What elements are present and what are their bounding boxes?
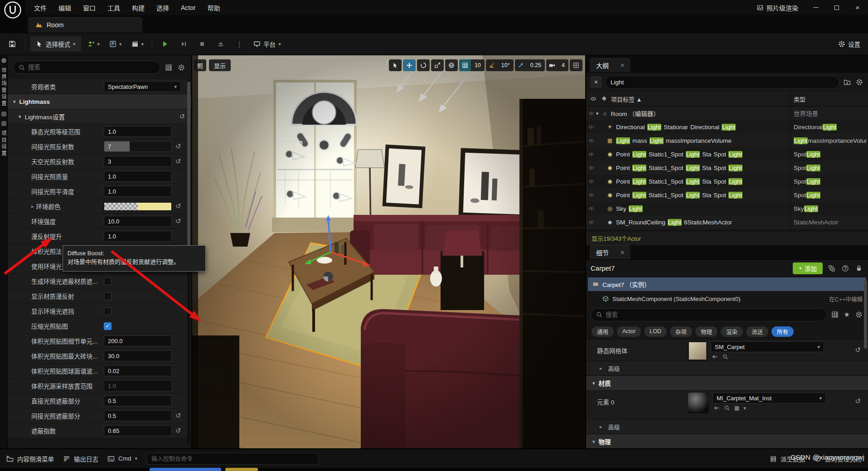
scale-snap-control[interactable]: 0.25 [515, 59, 545, 71]
mode-selector-dropdown[interactable]: 选择模式 ▾ [30, 36, 81, 52]
static-mesh-thumbnail[interactable] [688, 341, 707, 360]
settings-input[interactable]: 1.0 [104, 171, 172, 182]
close-icon[interactable]: × [621, 249, 624, 256]
display-filter-button[interactable] [830, 310, 839, 319]
materials-section-header[interactable]: ▾ 材质 [586, 375, 868, 390]
settings-category-row[interactable]: ▾Lightmass设置↺ [8, 109, 191, 124]
filter-chip-流送[interactable]: 流送 [746, 326, 768, 337]
browse-to-asset-icon[interactable] [724, 405, 730, 411]
reset-to-default-icon[interactable]: ↺ [175, 202, 181, 210]
blueprints-dropdown[interactable]: ▾ [106, 36, 125, 52]
menu-item-7[interactable]: 帮助 [202, 0, 226, 15]
select-tool-button[interactable] [389, 59, 402, 71]
scrollbar-thumb[interactable] [187, 82, 190, 267]
physics-section-header[interactable]: ▾ 物理 [586, 434, 868, 448]
filter-chip-Actor[interactable]: Actor [617, 326, 641, 337]
view-options-button[interactable] [164, 63, 173, 72]
world-space-toggle[interactable] [445, 59, 458, 71]
favorites-button[interactable]: ★ [843, 310, 851, 320]
settings-input[interactable]: 1.0 [104, 126, 172, 137]
outliner-row[interactable]: ☀DirectionalLightStationarDirectionalLig… [586, 120, 868, 134]
settings-checkbox[interactable] [104, 307, 112, 315]
use-selected-icon[interactable] [713, 405, 720, 411]
menu-item-3[interactable]: 工具 [102, 0, 126, 15]
texture-grid-icon[interactable]: ▦ [734, 405, 739, 411]
move-tool-button[interactable] [403, 59, 416, 71]
viewport-3d-scene[interactable] [192, 55, 585, 448]
reset-to-default-icon[interactable]: ↺ [175, 142, 181, 151]
show-button[interactable]: 显示 [209, 59, 231, 71]
camera-speed-control[interactable]: 4 [546, 59, 568, 71]
menu-item-6[interactable]: Actor [175, 0, 202, 15]
reset-to-default-icon[interactable]: ↺ [855, 393, 863, 405]
details-settings-button[interactable] [854, 310, 863, 319]
reset-to-default-icon[interactable]: ↺ [175, 412, 181, 420]
stop-button[interactable] [194, 36, 210, 52]
photo-render-button[interactable]: 照片级渲染 [750, 0, 805, 15]
static-mesh-dropdown[interactable]: SM_Carpet ▾ [711, 341, 824, 352]
cmd-dropdown[interactable]: Cmd ▾ [107, 455, 137, 462]
content-drawer-button[interactable]: 内容侧滑菜单 [6, 454, 54, 463]
play-button[interactable] [157, 36, 173, 52]
settings-input[interactable]: 200.0 [104, 335, 172, 346]
visibility-eye-icon[interactable] [586, 124, 596, 130]
world-settings-search-input[interactable] [28, 64, 155, 71]
advanced-expander-row[interactable]: ▸ 高级 [586, 419, 868, 434]
details-search-input[interactable] [606, 311, 821, 318]
menu-item-5[interactable]: 选择 [150, 0, 175, 15]
scrollbar-thumb[interactable] [864, 281, 867, 349]
project-settings-vertical-tab[interactable]: 项目设置 [0, 131, 7, 157]
settings-input[interactable]: 0.5 [104, 410, 172, 421]
frame-skip-button[interactable] [176, 36, 191, 52]
reset-to-default-icon[interactable]: ↺ [175, 427, 181, 435]
visibility-eye-icon[interactable] [586, 138, 596, 144]
add-component-button[interactable]: + 添加 [793, 262, 823, 274]
settings-input[interactable]: 7 [104, 141, 172, 152]
details-searchbox[interactable] [591, 308, 827, 321]
clear-search-button[interactable]: × [590, 76, 602, 88]
chevron-right-icon[interactable]: ▸ [31, 204, 34, 209]
chevron-down-icon[interactable]: ▾ [13, 99, 16, 105]
outliner-row[interactable]: ◉PointLightStatic1_SpotLightStaSpotLight… [586, 175, 868, 188]
reset-to-default-icon[interactable]: ↺ [175, 157, 181, 165]
outliner-row[interactable]: ◉PointLightStatic1_SpotLightStaSpotLight… [586, 147, 868, 161]
outliner-searchbox[interactable] [605, 76, 839, 89]
settings-input[interactable]: 0.5 [104, 395, 172, 406]
filter-chip-所有[interactable]: 所有 [771, 326, 794, 337]
settings-checkbox[interactable]: ✓ [104, 322, 112, 330]
eye-icon[interactable] [590, 96, 596, 102]
filter-chip-LOD[interactable]: LOD [644, 326, 667, 337]
panel-settings-button[interactable] [177, 63, 186, 72]
lit-mode-button[interactable]: 照 [194, 59, 206, 71]
column-divider[interactable] [790, 92, 790, 231]
item-label-column-header[interactable]: 项目标签 ▲ [611, 95, 642, 103]
chevron-down-icon[interactable]: ▾ [596, 111, 599, 117]
rotate-tool-button[interactable] [417, 59, 430, 71]
eject-button[interactable] [213, 36, 228, 52]
world-settings-tab-icon[interactable] [1, 58, 6, 63]
settings-input[interactable]: 30.0 [104, 350, 172, 361]
filter-chip-渲染[interactable]: 渲染 [721, 326, 743, 337]
settings-input[interactable]: 1.0 [104, 186, 172, 197]
outliner-tab[interactable]: 大纲 × [590, 58, 630, 72]
menu-item-2[interactable]: 窗口 [77, 0, 102, 15]
scale-tool-button[interactable] [431, 59, 444, 71]
filter-chip-杂项[interactable]: 杂项 [670, 326, 692, 337]
save-filter-button[interactable] [843, 78, 852, 87]
world-settings-vertical-tab[interactable]: 世界场景设置 [0, 68, 7, 107]
settings-category-row[interactable]: ▾Lightmass [8, 94, 191, 109]
viewport-layout-button[interactable] [570, 59, 582, 71]
chevron-down-icon[interactable]: ▾ [743, 405, 746, 411]
layers-icon[interactable] [1, 121, 6, 126]
visibility-eye-icon[interactable] [586, 151, 596, 157]
outliner-row[interactable]: ▦LightmassLightmassImportanceVolumeLight… [586, 134, 868, 147]
play-options-button[interactable]: ⋮ [232, 36, 247, 52]
advanced-expander-row[interactable]: ▸ 高级 [586, 361, 868, 375]
visibility-eye-icon[interactable] [586, 111, 596, 117]
bookmark-icon[interactable] [1, 112, 6, 117]
edit-blueprint-button[interactable] [827, 264, 836, 273]
add-actor-dropdown[interactable]: ▾ [84, 36, 103, 52]
outliner-row[interactable]: ◆SM_RoundCeilingLight6StaticMeshActorSta… [586, 215, 868, 229]
settings-checkbox[interactable] [104, 277, 112, 285]
settings-input[interactable]: 10.0 [104, 216, 172, 227]
